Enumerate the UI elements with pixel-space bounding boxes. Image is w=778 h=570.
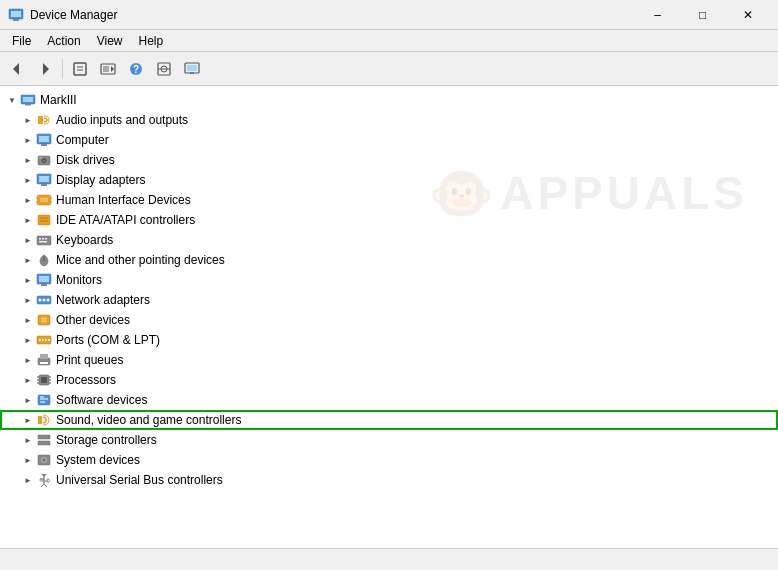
processors-label: Processors — [56, 373, 116, 387]
other-expander: ► — [20, 310, 36, 330]
svg-rect-38 — [37, 236, 51, 245]
svg-rect-61 — [40, 354, 48, 359]
svg-marker-84 — [41, 474, 47, 477]
tree-item-processors[interactable]: ► Processors — [0, 370, 778, 390]
hid-expander: ► — [20, 190, 36, 210]
svg-point-56 — [39, 339, 41, 341]
sound-icon — [36, 412, 52, 428]
tree-item-mice[interactable]: ► Mice and other pointing devices — [0, 250, 778, 270]
tree-item-usb[interactable]: ► Universal Serial Bus controllers — [0, 470, 778, 490]
svg-point-82 — [43, 459, 46, 462]
maximize-button[interactable]: □ — [680, 0, 725, 30]
svg-rect-39 — [39, 238, 41, 240]
svg-rect-62 — [40, 362, 48, 364]
hid-label: Human Interface Devices — [56, 193, 191, 207]
tree-item-audio[interactable]: ► Audio inputs and outputs — [0, 110, 778, 130]
close-button[interactable]: ✕ — [725, 0, 770, 30]
svg-rect-47 — [39, 276, 49, 282]
title-bar: Device Manager – □ ✕ — [0, 0, 778, 30]
tree-item-hid[interactable]: ► Human Interface Devices — [0, 190, 778, 210]
root-expander: ▼ — [4, 90, 20, 110]
tree-item-print[interactable]: ► Print queues — [0, 350, 778, 370]
keyboard-icon — [36, 232, 52, 248]
window-title: Device Manager — [30, 8, 635, 22]
tree-item-other[interactable]: ► Other devices — [0, 310, 778, 330]
hid-icon — [36, 192, 52, 208]
system-expander: ► — [20, 450, 36, 470]
svg-point-51 — [43, 299, 46, 302]
update-driver-button[interactable] — [95, 56, 121, 82]
software-expander: ► — [20, 390, 36, 410]
tree-root[interactable]: ▼ MarkIII — [0, 90, 778, 110]
svg-point-78 — [47, 436, 49, 438]
tree-item-network[interactable]: ► Network adapters — [0, 290, 778, 310]
storage-icon — [36, 432, 52, 448]
display-icon — [36, 172, 52, 188]
help-button[interactable]: ? — [123, 56, 149, 82]
ide-label: IDE ATA/ATAPI controllers — [56, 213, 195, 227]
other-icon — [36, 312, 52, 328]
print-label: Print queues — [56, 353, 123, 367]
root-label: MarkIII — [40, 93, 77, 107]
sound-expander: ► — [20, 410, 36, 430]
monitors-label: Monitors — [56, 273, 102, 287]
back-button[interactable] — [4, 56, 30, 82]
tree-item-computer[interactable]: ► Computer — [0, 130, 778, 150]
svg-rect-21 — [25, 104, 31, 106]
svg-rect-32 — [41, 184, 47, 186]
scan-button[interactable] — [151, 56, 177, 82]
system-icon — [36, 452, 52, 468]
processors-expander: ► — [20, 370, 36, 390]
forward-button[interactable] — [32, 56, 58, 82]
toolbar: ? — [0, 52, 778, 86]
window-controls: – □ ✕ — [635, 0, 770, 30]
menu-help[interactable]: Help — [131, 32, 172, 50]
menu-bar: File Action View Help — [0, 30, 778, 52]
svg-rect-25 — [41, 144, 47, 146]
tree-item-ide[interactable]: ► IDE ATA/ATAPI controllers — [0, 210, 778, 230]
svg-point-79 — [47, 442, 49, 444]
tree-item-disk[interactable]: ► Disk drives — [0, 150, 778, 170]
menu-view[interactable]: View — [89, 32, 131, 50]
svg-point-52 — [47, 299, 50, 302]
ide-expander: ► — [20, 210, 36, 230]
usb-expander: ► — [20, 470, 36, 490]
disk-expander: ► — [20, 150, 36, 170]
app-icon — [8, 7, 24, 23]
tree-item-keyboard[interactable]: ► Keyboards — [0, 230, 778, 250]
tree-item-display[interactable]: ► Display adapters — [0, 170, 778, 190]
svg-rect-22 — [38, 116, 43, 124]
tree-item-storage[interactable]: ► Storage controllers — [0, 430, 778, 450]
properties-button[interactable] — [67, 56, 93, 82]
svg-point-50 — [39, 299, 42, 302]
svg-rect-34 — [40, 198, 48, 202]
menu-action[interactable]: Action — [39, 32, 88, 50]
svg-point-57 — [42, 339, 44, 341]
display-expander: ► — [20, 170, 36, 190]
svg-point-58 — [45, 339, 47, 341]
menu-file[interactable]: File — [4, 32, 39, 50]
svg-marker-3 — [13, 63, 19, 75]
tree-item-sound[interactable]: ► Sound, video and game controllers — [0, 410, 778, 430]
tree-item-ports[interactable]: ► Ports (COM & LPT) — [0, 330, 778, 350]
monitors-icon — [36, 272, 52, 288]
svg-text:?: ? — [133, 64, 139, 75]
other-label: Other devices — [56, 313, 130, 327]
ports-label: Ports (COM & LPT) — [56, 333, 160, 347]
tree-item-system[interactable]: ► System devices — [0, 450, 778, 470]
minimize-button[interactable]: – — [635, 0, 680, 30]
tree-view[interactable]: 🐵 APPUALS ▼ MarkIII ► — [0, 86, 778, 548]
monitor-view-button[interactable] — [179, 56, 205, 82]
processors-icon — [36, 372, 52, 388]
ports-icon — [36, 332, 52, 348]
svg-line-89 — [41, 484, 44, 487]
keyboard-expander: ► — [20, 230, 36, 250]
svg-rect-64 — [41, 377, 47, 383]
tree-item-monitors[interactable]: ► Monitors — [0, 270, 778, 290]
disk-label: Disk drives — [56, 153, 115, 167]
computer-label: Computer — [56, 133, 109, 147]
keyboard-label: Keyboards — [56, 233, 113, 247]
tree-item-software[interactable]: ► Software devices — [0, 390, 778, 410]
system-label: System devices — [56, 453, 140, 467]
storage-expander: ► — [20, 430, 36, 450]
